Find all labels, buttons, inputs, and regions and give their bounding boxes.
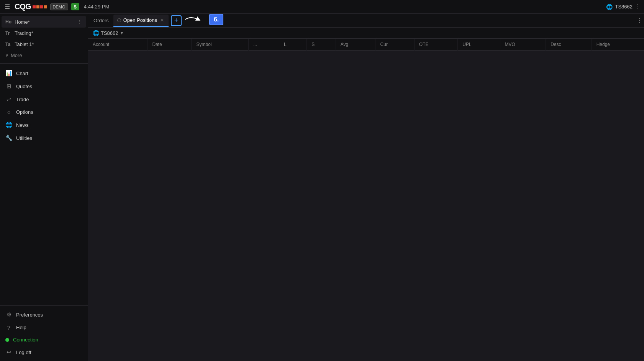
- annotation-badge: 6.: [209, 14, 223, 25]
- account-selector[interactable]: 🌐 TS8662 ▼: [93, 30, 124, 36]
- sidebar-item-trade[interactable]: ⇌ Trade: [2, 93, 86, 106]
- col-symbol: Symbol: [192, 39, 248, 51]
- positions-table: Account Date Symbol ... L S Avg Cur OTE …: [88, 39, 644, 51]
- annotation-wrapper: 6.: [183, 14, 223, 25]
- tab-orders-label: Orders: [93, 18, 109, 23]
- sidebar-item-help-label: Help: [16, 325, 26, 330]
- table-header-row: Account Date Symbol ... L S Avg Cur OTE …: [88, 39, 644, 51]
- col-avg: Avg: [336, 39, 375, 51]
- sidebar-item-news-label: News: [16, 122, 29, 128]
- tab-add-section: + 6.: [169, 15, 182, 26]
- sidebar-item-utilities-label: Utilities: [16, 135, 32, 141]
- sidebar-tab-home-label: Home*: [15, 19, 75, 25]
- annotation-arrow-svg: [183, 14, 206, 25]
- sidebar-bottom: ⚙ Preferences ? Help Connection ↩ Log of…: [0, 305, 88, 361]
- tab-circle-icon: [117, 18, 121, 22]
- sidebar-item-chart-label: Chart: [16, 71, 28, 76]
- news-icon: 🌐: [5, 121, 12, 128]
- tab-open-positions[interactable]: Open Positions ✕: [113, 15, 169, 27]
- sidebar-more-button[interactable]: ∨ More: [2, 50, 86, 61]
- account-name: TS8662: [101, 30, 118, 36]
- sidebar-tab-tablet[interactable]: Ta Tablet 1*: [2, 39, 86, 50]
- sidebar-item-utilities[interactable]: 🔧 Utilities: [2, 131, 86, 144]
- sidebar-tab-home-dots[interactable]: ⋮: [77, 19, 82, 25]
- col-date: Date: [147, 39, 192, 51]
- table-header: Account Date Symbol ... L S Avg Cur OTE …: [88, 39, 644, 51]
- sidebar-item-logoff-label: Log off: [16, 350, 31, 355]
- chevron-down-icon: ∨: [5, 53, 8, 58]
- sidebar-more-label: More: [11, 53, 22, 58]
- logo-square-orange2: [44, 5, 47, 8]
- main-layout: Ho Home* ⋮ Tr Trading* Ta Tablet 1* ∨ Mo…: [0, 14, 644, 361]
- tab-bar-right: ⋮: [636, 17, 642, 24]
- sidebar-tab-trading[interactable]: Tr Trading*: [2, 28, 86, 39]
- sidebar-tab-trading-label: Trading*: [15, 30, 82, 36]
- sidebar: Ho Home* ⋮ Tr Trading* Ta Tablet 1* ∨ Mo…: [0, 14, 88, 361]
- tab-orders[interactable]: Orders: [90, 15, 113, 27]
- options-icon: ○: [5, 109, 12, 115]
- sidebar-item-logoff[interactable]: ↩ Log off: [2, 346, 86, 359]
- col-mvo: MVO: [500, 39, 546, 51]
- sidebar-tab-tablet-abbr: Ta: [5, 42, 12, 47]
- content-area: Orders Open Positions ✕ +: [88, 14, 644, 361]
- logo-square-red: [33, 5, 36, 8]
- globe-icon: 🌐: [606, 4, 613, 10]
- sidebar-item-trade-label: Trade: [16, 97, 29, 102]
- sidebar-item-connection[interactable]: Connection: [2, 334, 86, 346]
- account-globe-icon: 🌐: [93, 30, 99, 36]
- utilities-icon: 🔧: [5, 135, 12, 141]
- sidebar-item-chart[interactable]: 📊 Chart: [2, 67, 86, 80]
- chart-icon: 📊: [5, 70, 12, 77]
- hamburger-menu-icon[interactable]: ☰: [3, 2, 11, 12]
- col-account: Account: [88, 39, 147, 51]
- tab-bar: Orders Open Positions ✕ +: [88, 14, 644, 28]
- sidebar-item-news[interactable]: 🌐 News: [2, 118, 86, 131]
- sidebar-item-help[interactable]: ? Help: [2, 321, 86, 334]
- logo-square-orange: [36, 5, 39, 8]
- tab-close-icon[interactable]: ✕: [159, 17, 165, 24]
- col-l: L: [279, 39, 306, 51]
- sidebar-tabs: Ho Home* ⋮ Tr Trading* Ta Tablet 1* ∨ Mo…: [0, 14, 88, 64]
- account-bar: 🌐 TS8662 ▼: [88, 28, 644, 39]
- account-dropdown-icon[interactable]: ▼: [120, 31, 124, 35]
- clock: 4:44:29 PM: [84, 4, 110, 10]
- sidebar-item-quotes-label: Quotes: [16, 84, 32, 89]
- dollar-badge[interactable]: $: [71, 3, 79, 10]
- help-icon: ?: [5, 324, 12, 331]
- col-s: S: [307, 39, 336, 51]
- logoff-icon: ↩: [5, 349, 12, 356]
- connection-status-dot: [5, 338, 9, 342]
- sidebar-tab-home[interactable]: Ho Home* ⋮: [2, 16, 86, 28]
- topbar-more-icon[interactable]: ⋮: [635, 3, 641, 10]
- add-tab-button[interactable]: +: [171, 15, 182, 26]
- tab-bar-more-icon[interactable]: ⋮: [636, 17, 642, 24]
- demo-badge: DEMO: [50, 3, 68, 10]
- preferences-icon: ⚙: [5, 311, 12, 318]
- logo-text: CQG: [15, 2, 31, 11]
- sidebar-item-options-label: Options: [16, 109, 33, 115]
- tab-open-positions-label: Open Positions: [123, 17, 157, 23]
- sidebar-item-options[interactable]: ○ Options: [2, 106, 86, 118]
- top-bar: ☰ CQG DEMO $ 4:44:29 PM 🌐 TS8662 ⋮: [0, 0, 644, 14]
- top-account-label: TS8662: [615, 4, 633, 10]
- logo: CQG: [15, 2, 47, 11]
- col-desc: Desc: [546, 39, 592, 51]
- col-dots: ...: [248, 39, 279, 51]
- sidebar-nav: 📊 Chart ⊞ Quotes ⇌ Trade ○ Options 🌐 New…: [0, 64, 88, 305]
- logo-square-red2: [40, 5, 43, 8]
- table-container: Account Date Symbol ... L S Avg Cur OTE …: [88, 39, 644, 361]
- sidebar-item-preferences-label: Preferences: [16, 312, 43, 318]
- top-bar-left: ☰ CQG DEMO $ 4:44:29 PM: [3, 2, 109, 12]
- trade-icon: ⇌: [5, 96, 12, 103]
- sidebar-tab-tablet-label: Tablet 1*: [15, 41, 82, 47]
- sidebar-item-connection-label: Connection: [13, 337, 38, 343]
- sidebar-tab-trading-abbr: Tr: [5, 31, 12, 36]
- col-upl: UPL: [458, 39, 500, 51]
- logo-squares: [33, 5, 47, 8]
- sidebar-item-quotes[interactable]: ⊞ Quotes: [2, 80, 86, 93]
- sidebar-item-preferences[interactable]: ⚙ Preferences: [2, 308, 86, 321]
- sidebar-tab-home-abbr: Ho: [5, 19, 12, 25]
- col-cur: Cur: [375, 39, 414, 51]
- quotes-icon: ⊞: [5, 83, 12, 90]
- top-bar-right: 🌐 TS8662 ⋮: [606, 3, 641, 10]
